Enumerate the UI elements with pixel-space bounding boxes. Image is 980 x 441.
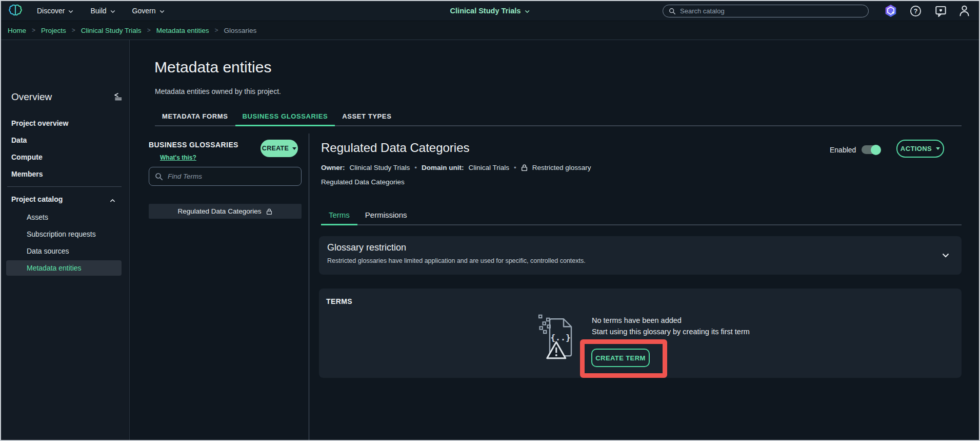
collapse-sidenav-icon[interactable] [114, 92, 123, 103]
restriction-card-title: Glossary restriction [327, 242, 953, 253]
metadata-entities-tabs: METADATA FORMS BUSINESS GLOSSARIES ASSET… [155, 109, 962, 126]
caret-down-icon [292, 147, 296, 150]
create-glossary-button[interactable]: CREATE [261, 140, 298, 157]
menu-build[interactable]: Build [90, 7, 115, 15]
sidebar-section-project-catalog[interactable]: Project catalog [11, 195, 63, 203]
menu-govern-label: Govern [132, 7, 156, 15]
side-navigation: Overview Project overview Data Compute M… [1, 40, 130, 441]
lock-icon [266, 208, 272, 215]
meta-bullet: • [514, 164, 516, 171]
user-profile-icon[interactable] [958, 4, 971, 19]
glossary-title: Regulated Data Categories [321, 141, 470, 155]
tab-business-glossaries[interactable]: BUSINESS GLOSSARIES [235, 109, 335, 126]
breadcrumb-projects[interactable]: Projects [41, 27, 66, 34]
menu-discover-label: Discover [37, 7, 65, 15]
page-title: Metadata entities [154, 59, 271, 76]
breadcrumb-project-name[interactable]: Clinical Study Trials [81, 27, 142, 34]
glossary-list-item[interactable]: Regulated Data Categories [149, 204, 302, 219]
expand-chevron-down-icon[interactable] [942, 251, 949, 260]
tab-asset-types[interactable]: ASSET TYPES [335, 109, 398, 126]
sidebar-item-members[interactable]: Members [11, 170, 43, 178]
enabled-label: Enabled [830, 146, 856, 154]
sidebar-item-project-overview[interactable]: Project overview [11, 119, 68, 127]
app-root: Discover Build Govern Clinical Study Tri… [0, 0, 980, 441]
enabled-control: Enabled [830, 145, 881, 154]
empty-terms-icon: {..} [537, 314, 577, 363]
owner-value: Clinical Study Trials [350, 164, 410, 171]
terms-card: TERMS {..} No terms have been added [319, 289, 962, 378]
menu-discover[interactable]: Discover [37, 7, 73, 15]
whats-this-link[interactable]: What's this? [160, 154, 196, 161]
breadcrumb-metadata-entities[interactable]: Metadata entities [156, 27, 209, 34]
breadcrumb-current-page: Glossaries [224, 27, 256, 34]
menu-build-label: Build [90, 7, 106, 15]
help-icon[interactable]: ? [910, 5, 922, 19]
find-terms-search [149, 167, 302, 186]
chevron-down-icon [110, 7, 115, 15]
terms-heading: TERMS [326, 297, 352, 305]
svg-text:?: ? [914, 8, 918, 15]
breadcrumb-home[interactable]: Home [8, 27, 26, 34]
create-glossary-button-label: CREATE [262, 145, 289, 152]
domain-unit-label: Domain unit: [422, 164, 464, 171]
glossary-list-item-label: Regulated Data Categories [178, 207, 262, 215]
chevron-down-icon [68, 7, 73, 15]
meta-bullet: • [414, 164, 417, 171]
sidebar-divider [7, 186, 122, 187]
sidebar-item-compute[interactable]: Compute [11, 153, 43, 161]
toggle-knob [871, 145, 881, 155]
feedback-icon[interactable] [935, 5, 947, 19]
catalog-search-input[interactable] [680, 7, 863, 15]
sidebar-item-subscription-requests[interactable]: Subscription requests [27, 230, 96, 238]
actions-button-label: ACTIONS [901, 145, 932, 152]
menu-govern[interactable]: Govern [132, 7, 165, 15]
breadcrumb-separator: > [32, 27, 35, 34]
caret-down-icon [936, 147, 940, 150]
breadcrumb-separator: > [214, 27, 218, 34]
tab-terms[interactable]: Terms [321, 206, 357, 225]
breadcrumb-separator: > [147, 27, 151, 34]
glossary-meta: Owner: Clinical Study Trials • Domain un… [321, 164, 591, 171]
restriction-card-description: Restricted glossaries have limited appli… [327, 257, 953, 264]
sidebar-item-data-sources[interactable]: Data sources [27, 247, 69, 255]
actions-button[interactable]: ACTIONS [896, 140, 944, 158]
find-terms-input[interactable] [168, 172, 295, 180]
top-navigation: Discover Build Govern Clinical Study Tri… [1, 1, 979, 21]
app-logo-icon[interactable] [7, 3, 24, 18]
topbar-menus: Discover Build Govern [37, 1, 165, 21]
glossary-description: Regulated Data Categories [321, 178, 405, 186]
create-term-button[interactable]: CREATE TERM [591, 349, 650, 367]
svg-text:{..}: {..} [550, 333, 571, 342]
tab-metadata-forms[interactable]: METADATA FORMS [155, 109, 235, 126]
empty-state-title: No terms have been added [592, 316, 682, 324]
project-selector[interactable]: Clinical Study Trials [450, 1, 530, 21]
chevron-up-icon [110, 196, 115, 205]
amazon-q-assistant-icon[interactable] [884, 4, 897, 20]
breadcrumb: Home > Projects > Clinical Study Trials … [1, 21, 979, 40]
breadcrumb-separator: > [72, 27, 75, 34]
chevron-down-icon [159, 7, 165, 15]
domain-unit-value: Clinical Trials [469, 164, 510, 171]
glossary-restriction-card: Glossary restriction Restricted glossari… [319, 236, 962, 275]
pane-divider [309, 133, 309, 441]
sidenav-title: Overview [11, 91, 52, 103]
tab-permissions[interactable]: Permissions [357, 206, 415, 225]
catalog-search [663, 5, 869, 17]
sidebar-item-metadata-entities-selected[interactable]: Metadata entities [6, 260, 122, 276]
chevron-down-icon [525, 7, 530, 15]
restricted-glossary-badge: Restricted glossary [532, 164, 591, 171]
lock-icon [521, 164, 528, 171]
sidebar-item-assets[interactable]: Assets [27, 213, 48, 221]
owner-label: Owner: [321, 164, 345, 171]
glossary-detail-tabs: Terms Permissions [321, 206, 962, 225]
empty-state-subtitle: Start using this glossary by creating it… [592, 328, 750, 336]
project-selector-label: Clinical Study Trials [450, 7, 521, 15]
business-glossaries-heading: BUSINESS GLOSSARIES [149, 141, 238, 149]
enabled-toggle[interactable] [862, 145, 881, 154]
sidebar-item-data[interactable]: Data [11, 136, 27, 144]
search-icon [669, 8, 676, 15]
search-icon [155, 172, 163, 181]
page-subtitle: Metadata entities owned by this project. [155, 87, 281, 95]
